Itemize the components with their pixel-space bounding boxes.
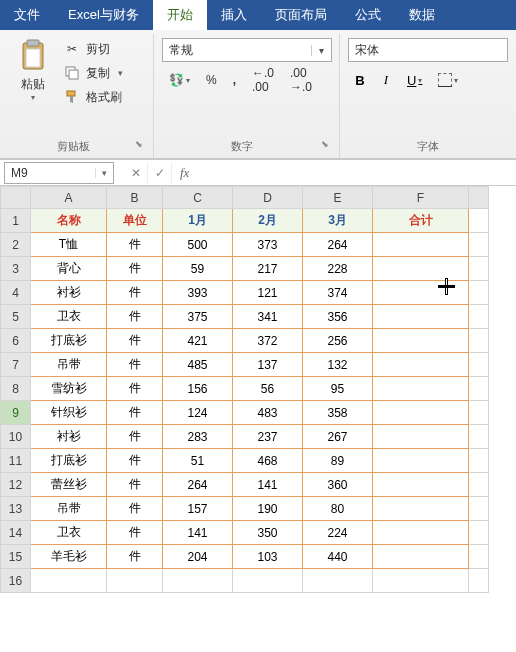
cell[interactable]	[373, 281, 469, 305]
cell[interactable]: 卫衣	[31, 305, 107, 329]
cell[interactable]: 2月	[233, 209, 303, 233]
spreadsheet-grid[interactable]: A B C D E F 1名称单位1月2月3月合计2T恤件5003732643背…	[0, 186, 489, 593]
cell[interactable]	[469, 257, 489, 281]
cell[interactable]: 件	[107, 305, 163, 329]
cell[interactable]	[373, 449, 469, 473]
border-button[interactable]: ▾	[431, 68, 465, 92]
copy-button[interactable]: 复制 ▾	[60, 62, 127, 84]
col-header[interactable]: F	[373, 187, 469, 209]
cell[interactable]: 名称	[31, 209, 107, 233]
cell[interactable]: 件	[107, 257, 163, 281]
cell[interactable]	[373, 401, 469, 425]
cell[interactable]: 224	[303, 521, 373, 545]
row-header[interactable]: 12	[1, 473, 31, 497]
cell[interactable]	[469, 425, 489, 449]
row-header[interactable]: 3	[1, 257, 31, 281]
cell[interactable]	[469, 473, 489, 497]
row-header[interactable]: 14	[1, 521, 31, 545]
cell[interactable]	[373, 305, 469, 329]
cell[interactable]: 合计	[373, 209, 469, 233]
cell[interactable]	[373, 473, 469, 497]
cell[interactable]	[469, 497, 489, 521]
cell[interactable]: 156	[163, 377, 233, 401]
cell[interactable]: 件	[107, 521, 163, 545]
tab-home[interactable]: 开始	[153, 0, 207, 30]
cell[interactable]	[31, 569, 107, 593]
cell[interactable]	[469, 377, 489, 401]
cell[interactable]: 针织衫	[31, 401, 107, 425]
cell[interactable]: 483	[233, 401, 303, 425]
cancel-formula-button[interactable]: ✕	[124, 162, 148, 184]
cell[interactable]	[469, 329, 489, 353]
tab-formula[interactable]: 公式	[341, 0, 395, 30]
row-header[interactable]: 4	[1, 281, 31, 305]
cell[interactable]: 393	[163, 281, 233, 305]
cell[interactable]: 件	[107, 329, 163, 353]
cell[interactable]: 341	[233, 305, 303, 329]
cell[interactable]: 打底衫	[31, 329, 107, 353]
cell[interactable]: 228	[303, 257, 373, 281]
cell[interactable]	[469, 233, 489, 257]
fx-icon[interactable]: fx	[172, 165, 197, 181]
cell[interactable]	[303, 569, 373, 593]
row-header[interactable]: 13	[1, 497, 31, 521]
row-header[interactable]: 16	[1, 569, 31, 593]
cell[interactable]	[469, 281, 489, 305]
col-header[interactable]: E	[303, 187, 373, 209]
cell[interactable]: 137	[233, 353, 303, 377]
col-header[interactable]: A	[31, 187, 107, 209]
cell[interactable]: 267	[303, 425, 373, 449]
cell[interactable]: 358	[303, 401, 373, 425]
cell[interactable]: 59	[163, 257, 233, 281]
cell[interactable]: 141	[163, 521, 233, 545]
italic-button[interactable]: I	[374, 68, 398, 92]
cell[interactable]: 256	[303, 329, 373, 353]
row-header[interactable]: 6	[1, 329, 31, 353]
tab-data[interactable]: 数据	[395, 0, 449, 30]
cell[interactable]	[373, 569, 469, 593]
col-header[interactable]: B	[107, 187, 163, 209]
cell[interactable]: 件	[107, 233, 163, 257]
cell[interactable]: 80	[303, 497, 373, 521]
tab-file[interactable]: 文件	[0, 0, 54, 30]
cell[interactable]: T恤	[31, 233, 107, 257]
chevron-down-icon[interactable]: ▾	[95, 168, 113, 178]
cut-button[interactable]: ✂ 剪切	[60, 38, 127, 60]
cell[interactable]	[469, 353, 489, 377]
cell[interactable]: 89	[303, 449, 373, 473]
paste-button[interactable]: 粘贴 ▾	[12, 34, 54, 102]
dialog-launcher-icon[interactable]: ⬊	[135, 139, 143, 149]
cell[interactable]: 件	[107, 401, 163, 425]
col-header[interactable]: C	[163, 187, 233, 209]
font-name-combo[interactable]: 宋体	[348, 38, 508, 62]
cell[interactable]: 3月	[303, 209, 373, 233]
row-header[interactable]: 1	[1, 209, 31, 233]
tab-excel-finance[interactable]: Excel与财务	[54, 0, 153, 30]
cell[interactable]: 单位	[107, 209, 163, 233]
cell[interactable]: 264	[303, 233, 373, 257]
cell[interactable]	[107, 569, 163, 593]
percent-button[interactable]: %	[199, 68, 224, 92]
cell[interactable]: 468	[233, 449, 303, 473]
cell[interactable]: 217	[233, 257, 303, 281]
cell[interactable]: 件	[107, 425, 163, 449]
cell[interactable]: 283	[163, 425, 233, 449]
cell[interactable]: 吊带	[31, 353, 107, 377]
cell[interactable]: 264	[163, 473, 233, 497]
tab-page-layout[interactable]: 页面布局	[261, 0, 341, 30]
cell[interactable]: 440	[303, 545, 373, 569]
underline-button[interactable]: U▾	[400, 68, 429, 92]
cell[interactable]: 56	[233, 377, 303, 401]
cell[interactable]: 190	[233, 497, 303, 521]
cell[interactable]: 350	[233, 521, 303, 545]
cell[interactable]	[373, 257, 469, 281]
cell[interactable]	[469, 305, 489, 329]
cell[interactable]: 373	[233, 233, 303, 257]
dialog-launcher-icon[interactable]: ⬊	[321, 139, 329, 149]
confirm-formula-button[interactable]: ✓	[148, 162, 172, 184]
cell[interactable]: 157	[163, 497, 233, 521]
formula-input[interactable]	[197, 162, 516, 184]
cell[interactable]: 375	[163, 305, 233, 329]
cell[interactable]: 103	[233, 545, 303, 569]
cell[interactable]	[233, 569, 303, 593]
